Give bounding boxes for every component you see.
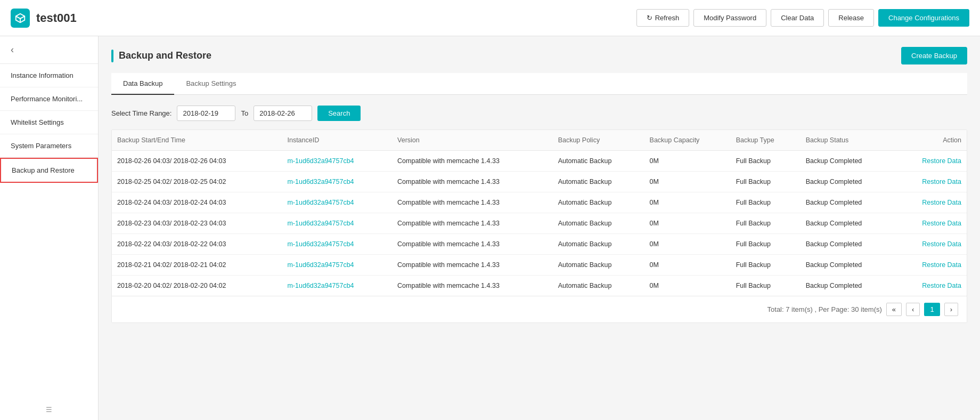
cell-time-0: 2018-02-26 04:03/ 2018-02-26 04:03 (112, 151, 282, 172)
sidebar-collapse-button[interactable]: ☰ (0, 399, 98, 420)
refresh-button[interactable]: ↻ Refresh (636, 9, 690, 27)
restore-data-link-5[interactable]: Restore Data (922, 261, 961, 269)
clear-data-button[interactable]: Clear Data (771, 9, 824, 27)
instance-id-link-6[interactable]: m-1ud6d32a94757cb4 (287, 282, 354, 289)
cell-instance-id-3: m-1ud6d32a94757cb4 (282, 213, 392, 234)
cell-capacity-6: 0M (644, 276, 731, 296)
pagination-current-button[interactable]: 1 (924, 303, 940, 316)
filter-label: Select Time Range: (111, 109, 172, 117)
col-header-time: Backup Start/End Time (112, 130, 282, 151)
cell-version-6: Compatible with memcache 1.4.33 (392, 276, 553, 296)
sidebar-item-system-parameters[interactable]: System Parameters (0, 134, 98, 158)
backup-table: Backup Start/End Time InstanceID Version… (112, 130, 967, 296)
sidebar: ‹ Instance Information Performance Monit… (0, 36, 99, 420)
instance-id-link-2[interactable]: m-1ud6d32a94757cb4 (287, 199, 354, 206)
pagination-next-button[interactable]: › (944, 303, 958, 316)
layout: ‹ Instance Information Performance Monit… (0, 36, 980, 420)
cell-action-4: Restore Data (896, 234, 967, 255)
sidebar-item-performance-monitoring[interactable]: Performance Monitori... (0, 87, 98, 111)
sidebar-back-button[interactable]: ‹ (0, 36, 98, 64)
cell-type-5: Full Backup (731, 255, 801, 276)
col-header-capacity: Backup Capacity (644, 130, 731, 151)
cell-policy-4: Automatic Backup (553, 234, 644, 255)
page-title: Backup and Restore (119, 50, 211, 61)
backup-table-wrap: Backup Start/End Time InstanceID Version… (111, 130, 967, 323)
cell-capacity-4: 0M (644, 234, 731, 255)
restore-data-link-1[interactable]: Restore Data (922, 178, 961, 185)
cell-instance-id-1: m-1ud6d32a94757cb4 (282, 172, 392, 192)
main-content: Backup and Restore Create Backup Data Ba… (99, 36, 980, 420)
cell-policy-2: Automatic Backup (553, 192, 644, 213)
page-title-bar (111, 50, 113, 62)
cell-version-3: Compatible with memcache 1.4.33 (392, 213, 553, 234)
sidebar-item-backup-and-restore[interactable]: Backup and Restore (0, 158, 98, 183)
cell-capacity-3: 0M (644, 213, 731, 234)
cell-type-1: Full Backup (731, 172, 801, 192)
table-row: 2018-02-25 04:02/ 2018-02-25 04:02 m-1ud… (112, 172, 967, 192)
col-header-action: Action (896, 130, 967, 151)
cell-version-4: Compatible with memcache 1.4.33 (392, 234, 553, 255)
cell-action-5: Restore Data (896, 255, 967, 276)
cell-capacity-0: 0M (644, 151, 731, 172)
search-button[interactable]: Search (317, 106, 361, 121)
cell-capacity-5: 0M (644, 255, 731, 276)
from-date-input[interactable] (177, 106, 235, 121)
cell-type-2: Full Backup (731, 192, 801, 213)
instance-id-link-1[interactable]: m-1ud6d32a94757cb4 (287, 178, 354, 185)
cell-action-3: Restore Data (896, 213, 967, 234)
cell-instance-id-2: m-1ud6d32a94757cb4 (282, 192, 392, 213)
modify-password-button[interactable]: Modify Password (693, 9, 766, 27)
sidebar-item-instance-information[interactable]: Instance Information (0, 64, 98, 87)
cell-policy-3: Automatic Backup (553, 213, 644, 234)
pagination-first-button[interactable]: « (886, 303, 902, 316)
cell-capacity-1: 0M (644, 172, 731, 192)
table-row: 2018-02-23 04:03/ 2018-02-23 04:03 m-1ud… (112, 213, 967, 234)
cell-type-0: Full Backup (731, 151, 801, 172)
instance-title: test001 (36, 11, 636, 25)
restore-data-link-3[interactable]: Restore Data (922, 220, 961, 227)
cell-time-4: 2018-02-22 04:03/ 2018-02-22 04:03 (112, 234, 282, 255)
cell-policy-0: Automatic Backup (553, 151, 644, 172)
instance-id-link-3[interactable]: m-1ud6d32a94757cb4 (287, 220, 354, 227)
col-header-type: Backup Type (731, 130, 801, 151)
restore-data-link-4[interactable]: Restore Data (922, 240, 961, 248)
cell-policy-1: Automatic Backup (553, 172, 644, 192)
pagination-summary: Total: 7 item(s) , Per Page: 30 item(s) (767, 305, 882, 313)
cell-status-6: Backup Completed (801, 276, 896, 296)
instance-id-link-5[interactable]: m-1ud6d32a94757cb4 (287, 261, 354, 269)
change-configurations-button[interactable]: Change Configurations (878, 9, 969, 27)
cell-type-3: Full Backup (731, 213, 801, 234)
instance-id-link-4[interactable]: m-1ud6d32a94757cb4 (287, 240, 354, 248)
release-button[interactable]: Release (828, 9, 874, 27)
cell-time-3: 2018-02-23 04:03/ 2018-02-23 04:03 (112, 213, 282, 234)
cell-type-6: Full Backup (731, 276, 801, 296)
table-row: 2018-02-24 04:03/ 2018-02-24 04:03 m-1ud… (112, 192, 967, 213)
pagination-prev-button[interactable]: ‹ (906, 303, 920, 316)
cell-instance-id-4: m-1ud6d32a94757cb4 (282, 234, 392, 255)
tabs: Data Backup Backup Settings (111, 73, 967, 95)
cell-policy-6: Automatic Backup (553, 276, 644, 296)
cell-instance-id-5: m-1ud6d32a94757cb4 (282, 255, 392, 276)
col-header-version: Version (392, 130, 553, 151)
cell-instance-id-6: m-1ud6d32a94757cb4 (282, 276, 392, 296)
tab-data-backup[interactable]: Data Backup (111, 73, 174, 95)
cell-time-2: 2018-02-24 04:03/ 2018-02-24 04:03 (112, 192, 282, 213)
refresh-icon: ↻ (647, 14, 652, 22)
tab-backup-settings[interactable]: Backup Settings (174, 73, 248, 95)
cell-time-1: 2018-02-25 04:02/ 2018-02-25 04:02 (112, 172, 282, 192)
table-row: 2018-02-22 04:03/ 2018-02-22 04:03 m-1ud… (112, 234, 967, 255)
restore-data-link-2[interactable]: Restore Data (922, 199, 961, 206)
cell-status-1: Backup Completed (801, 172, 896, 192)
create-backup-button[interactable]: Create Backup (901, 47, 967, 64)
sidebar-item-whitelist-settings[interactable]: Whitelist Settings (0, 111, 98, 134)
restore-data-link-6[interactable]: Restore Data (922, 282, 961, 289)
cell-version-0: Compatible with memcache 1.4.33 (392, 151, 553, 172)
table-row: 2018-02-26 04:03/ 2018-02-26 04:03 m-1ud… (112, 151, 967, 172)
header-actions: ↻ Refresh Modify Password Clear Data Rel… (636, 9, 969, 27)
header: test001 ↻ Refresh Modify Password Clear … (0, 0, 980, 36)
restore-data-link-0[interactable]: Restore Data (922, 157, 961, 165)
instance-id-link-0[interactable]: m-1ud6d32a94757cb4 (287, 157, 354, 165)
cell-status-4: Backup Completed (801, 234, 896, 255)
to-date-input[interactable] (254, 106, 312, 121)
cell-version-5: Compatible with memcache 1.4.33 (392, 255, 553, 276)
